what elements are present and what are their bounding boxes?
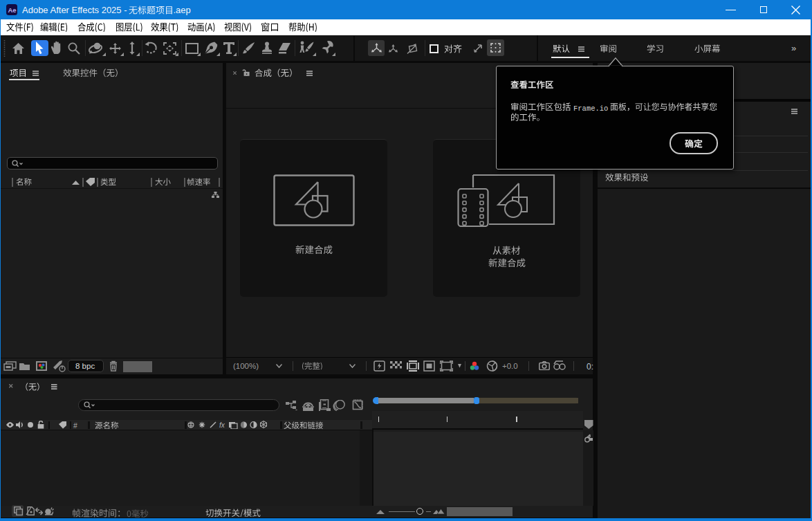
svg-text:fx: fx xyxy=(219,421,225,429)
